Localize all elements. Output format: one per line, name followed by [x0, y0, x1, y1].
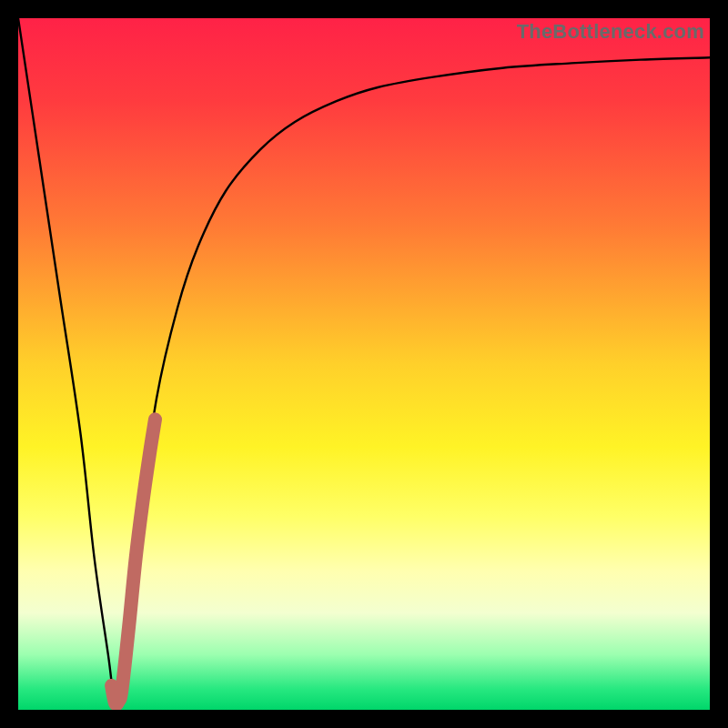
- highlight-segment: [112, 420, 156, 704]
- plot-area: TheBottleneck.com: [18, 18, 710, 710]
- outer-frame: TheBottleneck.com: [0, 0, 728, 728]
- bottleneck-curve: [18, 18, 710, 705]
- chart-curves: [18, 18, 710, 710]
- watermark-text: TheBottleneck.com: [517, 20, 704, 44]
